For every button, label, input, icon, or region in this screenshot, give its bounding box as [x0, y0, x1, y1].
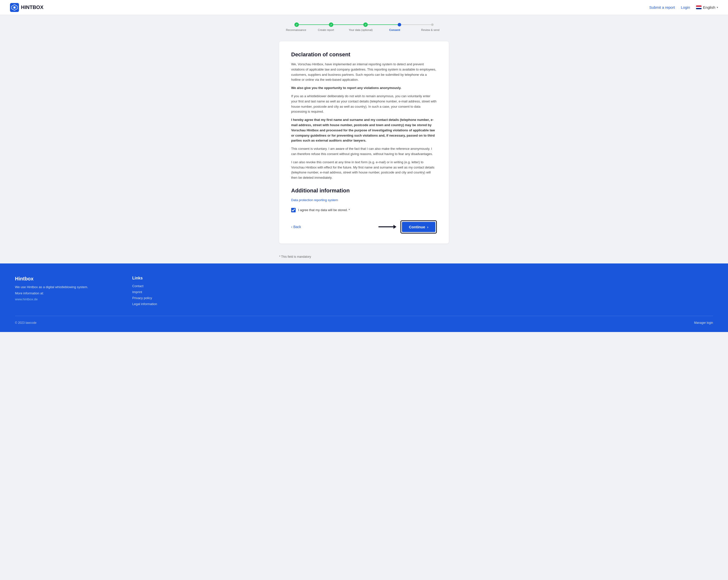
arrow-body [379, 226, 393, 227]
step-label-5: Review & send [421, 28, 425, 31]
hintbox-logo-icon [10, 3, 19, 12]
submit-report-link[interactable]: Submit a report [649, 5, 675, 9]
chevron-right-icon: › [427, 225, 428, 229]
step-circle-1: ✓ [294, 22, 299, 27]
continue-label: Continue [409, 225, 425, 229]
back-button[interactable]: ‹ Back [291, 225, 301, 229]
stepper-wrapper: ✓ ✓ ✓ Reconnaissance [293, 22, 435, 31]
declaration-para4: I hereby agree that my first name and su… [291, 117, 437, 143]
footer-link-imprint[interactable]: Imprint [132, 290, 239, 294]
step-item-consent [398, 23, 401, 26]
mandatory-wrapper: * This field is mandatory [0, 251, 728, 264]
step-item-create-report: ✓ [329, 22, 333, 27]
svg-rect-2 [14, 6, 16, 8]
step-item-your-data: ✓ [363, 22, 368, 27]
footer-copyright: © 2023 lawcode [15, 321, 36, 325]
chevron-left-icon: ‹ [291, 225, 292, 229]
data-protection-link[interactable]: Data protection reporting system [291, 198, 338, 202]
logo-text: HINTBOX [21, 4, 44, 10]
arrow-indicator [379, 225, 396, 229]
footer-links: Links Contact Imprint Privacy policy Leg… [132, 276, 239, 306]
continue-button[interactable]: Continue › [402, 222, 435, 232]
footer-link-privacy[interactable]: Privacy policy [132, 296, 239, 300]
footer-brand-text2: More information at: [15, 291, 122, 296]
footer-links-title: Links [132, 276, 239, 280]
chevron-down-icon: ▾ [717, 6, 718, 9]
footer-links-list: Contact Imprint Privacy policy Legal inf… [132, 284, 239, 306]
arrow-head [393, 225, 396, 229]
checkbox-label[interactable]: I agree that my data will be stored. * [298, 208, 350, 212]
step-label-3: Your data (optional) [349, 28, 353, 31]
consent-card: Declaration of consent We, Vorschau Hint… [279, 42, 449, 244]
step-label-2: Create report [318, 28, 322, 31]
logo[interactable]: HINTBOX [10, 3, 44, 12]
checkbox-row: I agree that my data will be stored. * [291, 208, 437, 212]
agree-checkbox[interactable] [291, 208, 296, 212]
declaration-title: Declaration of consent [291, 51, 437, 58]
manager-login-link[interactable]: Manager login [694, 321, 713, 325]
stepper-area: ✓ ✓ ✓ Reconnaissance [0, 15, 728, 36]
additional-title: Additional information [291, 188, 437, 194]
footer: Hintbox We use Hintbox as a digital whis… [0, 264, 728, 332]
footer-brand-title: Hintbox [15, 276, 122, 282]
continue-area: Continue › [379, 220, 437, 233]
continue-btn-wrapper: Continue › [400, 220, 437, 233]
footer-bottom: © 2023 lawcode Manager login [15, 316, 713, 325]
step-label-1: Reconnaissance [286, 28, 290, 31]
declaration-para3: If you as a whistleblower deliberately d… [291, 94, 437, 114]
footer-link-legal[interactable]: Legal information [132, 302, 239, 306]
step-line-3 [368, 24, 398, 25]
step-label-4: Consent [389, 28, 394, 31]
back-label: Back [293, 225, 301, 229]
step-line-1 [299, 24, 329, 25]
declaration-para6: I can also revoke this consent at any ti… [291, 160, 437, 181]
declaration-para5: This consent is voluntary. I am aware of… [291, 146, 437, 157]
step-circle-3: ✓ [363, 22, 368, 27]
language-selector[interactable]: English ▾ [696, 5, 718, 9]
login-link[interactable]: Login [681, 5, 690, 9]
header: HINTBOX Submit a report Login English ▾ [0, 0, 728, 15]
footer-brand: Hintbox We use Hintbox as a digital whis… [15, 276, 122, 306]
footer-grid: Hintbox We use Hintbox as a digital whis… [15, 276, 239, 306]
footer-brand-text1: We use Hintbox as a digital whistleblowi… [15, 285, 122, 290]
step-circle-4 [398, 23, 401, 26]
footer-brand-link[interactable]: www.hintbox.de [15, 297, 38, 301]
header-nav: Submit a report Login English ▾ [649, 5, 718, 9]
step-circle-2: ✓ [329, 22, 333, 27]
declaration-para2: We also give you the opportunity to repo… [291, 85, 437, 91]
main-content: Declaration of consent We, Vorschau Hint… [0, 36, 728, 251]
mandatory-note: * This field is mandatory [279, 255, 449, 258]
step-item-review [431, 23, 434, 26]
declaration-para1: We, Vorschau Hintbox, have implemented a… [291, 62, 437, 83]
flag-icon [696, 5, 702, 9]
step-circle-5 [431, 23, 434, 26]
stepper-labels: Reconnaissance Create report Your data (… [293, 28, 435, 31]
button-row: ‹ Back Continue › [291, 220, 437, 233]
step-line-2 [333, 24, 363, 25]
step-item-reconnaissance: ✓ [294, 22, 299, 27]
stepper-top: ✓ ✓ ✓ [294, 22, 434, 27]
footer-link-contact[interactable]: Contact [132, 284, 239, 288]
language-label: English [703, 5, 715, 9]
step-line-4 [401, 24, 431, 25]
additional-section: Additional information Data protection r… [291, 188, 437, 202]
